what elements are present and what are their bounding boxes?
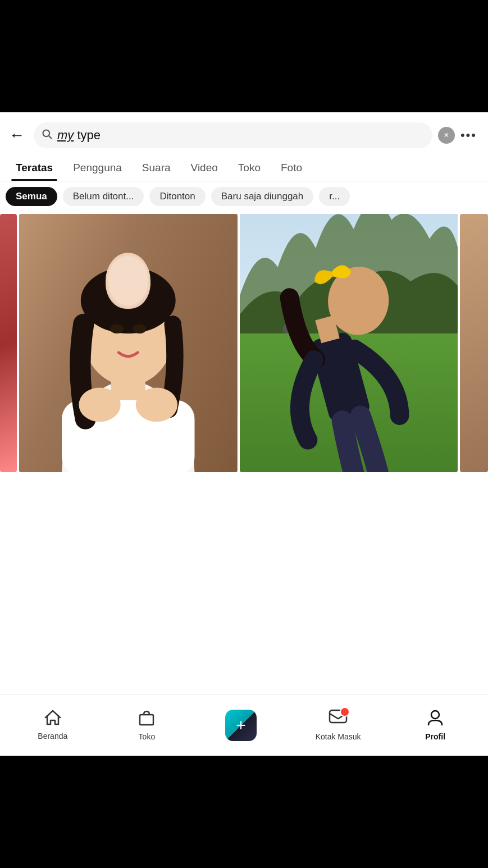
tab-toko[interactable]: Toko	[228, 155, 271, 181]
search-query-text: my type	[57, 128, 425, 143]
filter-belum[interactable]: Belum ditont...	[63, 187, 144, 206]
tabs-row: Teratas Pengguna Suara Video Toko Foto	[0, 155, 488, 181]
tab-pengguna[interactable]: Pengguna	[63, 155, 132, 181]
profile-icon	[427, 709, 444, 730]
filter-ditonton[interactable]: Ditonton	[149, 187, 205, 206]
svg-point-13	[133, 324, 147, 334]
filter-semua[interactable]: Semua	[6, 187, 57, 206]
more-button[interactable]: •••	[460, 128, 477, 143]
back-button[interactable]: ←	[6, 126, 28, 144]
bottom-nav: Beranda Toko Kotak Masuk	[0, 694, 488, 756]
tab-video[interactable]: Video	[181, 155, 228, 181]
nav-toko-label: Toko	[139, 732, 156, 741]
shop-icon	[139, 709, 154, 730]
nav-beranda[interactable]: Beranda	[33, 710, 72, 741]
search-icon	[42, 129, 53, 143]
nav-kotak-masuk-label: Kotak Masuk	[316, 732, 361, 741]
svg-point-11	[136, 387, 177, 422]
video-cell-partial-right[interactable]	[460, 214, 488, 472]
video-cell-1[interactable]	[19, 214, 238, 472]
svg-point-12	[110, 324, 124, 334]
nav-profil[interactable]: Profil	[416, 709, 455, 741]
svg-point-9	[81, 267, 176, 334]
home-icon	[44, 710, 61, 729]
video-cell-partial-left[interactable]	[0, 214, 17, 472]
search-box[interactable]: my type	[34, 122, 432, 148]
filter-row: Semua Belum ditont... Ditonton Baru saja…	[0, 181, 488, 212]
query-underline: my	[57, 128, 74, 142]
plus-button[interactable]	[225, 710, 257, 741]
main-container: ← my type × ••• Teratas Pengguna Suara V…	[0, 112, 488, 739]
svg-point-10	[79, 387, 120, 422]
nav-toko[interactable]: Toko	[127, 709, 166, 741]
nav-create[interactable]	[221, 710, 261, 741]
tab-suara[interactable]: Suara	[132, 155, 181, 181]
svg-point-25	[431, 711, 439, 719]
video-cell-2[interactable]	[240, 214, 458, 472]
tab-foto[interactable]: Foto	[271, 155, 312, 181]
video-grid	[0, 212, 488, 474]
inbox-icon	[329, 709, 348, 730]
inbox-badge-dot	[340, 707, 350, 717]
search-bar-area: ← my type × •••	[0, 112, 488, 155]
tab-teratas[interactable]: Teratas	[6, 155, 63, 181]
filter-baru[interactable]: Baru saja diunggah	[211, 187, 314, 206]
clear-button[interactable]: ×	[438, 127, 455, 144]
nav-beranda-label: Beranda	[38, 732, 67, 741]
nav-kotak-masuk[interactable]: Kotak Masuk	[316, 709, 361, 741]
svg-line-1	[49, 135, 52, 138]
nav-profil-label: Profil	[425, 732, 445, 741]
filter-relevan[interactable]: r...	[319, 187, 350, 206]
svg-rect-23	[140, 715, 153, 725]
